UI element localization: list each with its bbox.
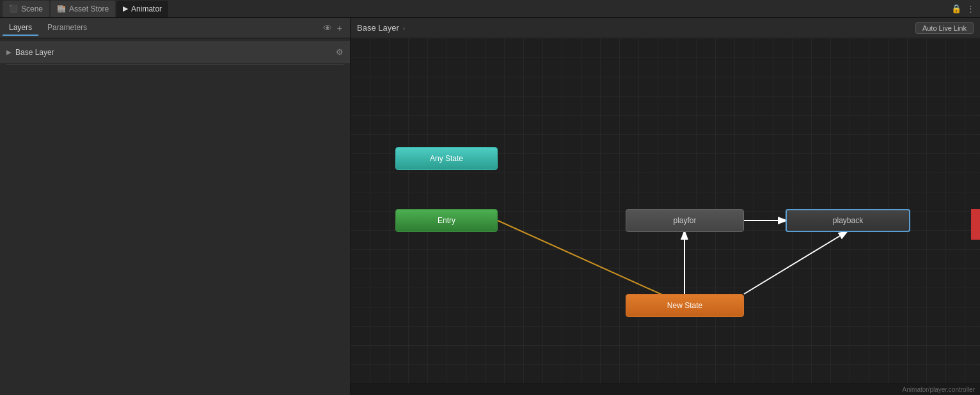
tab-scene[interactable]: ⬛ Scene bbox=[3, 1, 49, 17]
gear-icon[interactable]: ⚙ bbox=[336, 47, 344, 57]
layer-arrow-icon: ▶ bbox=[6, 49, 12, 56]
node-any-state-label: Any State bbox=[430, 154, 463, 163]
scene-icon: ⬛ bbox=[9, 4, 18, 13]
animator-header: Base Layer › Auto Live Link bbox=[351, 18, 980, 38]
node-playfor-label: playfor bbox=[673, 216, 696, 225]
right-panel: Base Layer › Auto Live Link bbox=[351, 18, 980, 395]
panel-tabs: Layers Parameters 👁 + bbox=[0, 18, 350, 38]
tab-parameters[interactable]: Parameters bbox=[41, 20, 93, 36]
animator-icon: ▶ bbox=[123, 4, 128, 13]
svg-line-2 bbox=[498, 221, 682, 304]
svg-line-5 bbox=[744, 232, 846, 294]
animator-canvas[interactable]: Any State Entry playfor playback New Sta… bbox=[351, 38, 980, 383]
tab-scene-label: Scene bbox=[21, 4, 43, 13]
red-tab[interactable] bbox=[971, 209, 980, 240]
node-playback-label: playback bbox=[833, 216, 863, 225]
auto-live-link-button[interactable]: Auto Live Link bbox=[915, 22, 974, 34]
eye-button[interactable]: 👁 bbox=[323, 23, 332, 33]
left-panel: Layers Parameters 👁 + ▶ Base Layer ⚙ bbox=[0, 18, 351, 395]
node-new-state[interactable]: New State bbox=[626, 294, 744, 317]
add-layer-button[interactable]: + bbox=[337, 23, 342, 33]
breadcrumb: Base Layer bbox=[357, 23, 399, 33]
window-controls: 🔒 ⋮ bbox=[951, 4, 980, 13]
tab-animator[interactable]: ▶ Animator bbox=[116, 1, 168, 17]
main-layout: Layers Parameters 👁 + ▶ Base Layer ⚙ Bas… bbox=[0, 18, 980, 395]
node-new-state-label: New State bbox=[667, 301, 702, 310]
lock-icon[interactable]: 🔒 bbox=[951, 4, 961, 13]
panel-actions: 👁 + bbox=[323, 23, 347, 33]
tab-asset-store-label: Asset Store bbox=[69, 4, 109, 13]
tab-asset-store[interactable]: 🏬 Asset Store bbox=[51, 1, 115, 17]
tab-layers[interactable]: Layers bbox=[3, 20, 38, 36]
node-entry[interactable]: Entry bbox=[395, 209, 498, 232]
breadcrumb-arrow-icon: › bbox=[403, 24, 406, 32]
menu-icon[interactable]: ⋮ bbox=[967, 4, 975, 13]
node-playfor[interactable]: playfor bbox=[626, 209, 744, 232]
tab-layers-label: Layers bbox=[9, 23, 32, 32]
node-playback[interactable]: playback bbox=[786, 209, 910, 232]
status-text: Animator/player.controller bbox=[903, 386, 975, 393]
node-entry-label: Entry bbox=[438, 216, 455, 225]
tab-bar: ⬛ Scene 🏬 Asset Store ▶ Animator 🔒 ⋮ bbox=[0, 0, 980, 18]
layer-name: Base Layer bbox=[15, 48, 336, 57]
tab-parameters-label: Parameters bbox=[47, 23, 87, 32]
layer-list: ▶ Base Layer ⚙ bbox=[0, 38, 350, 67]
layer-divider bbox=[6, 64, 344, 65]
layer-item-base[interactable]: ▶ Base Layer ⚙ bbox=[0, 41, 350, 64]
asset-store-icon: 🏬 bbox=[57, 4, 66, 13]
tab-animator-label: Animator bbox=[131, 4, 162, 13]
status-bar: Animator/player.controller bbox=[351, 383, 980, 395]
node-any-state[interactable]: Any State bbox=[395, 147, 498, 170]
